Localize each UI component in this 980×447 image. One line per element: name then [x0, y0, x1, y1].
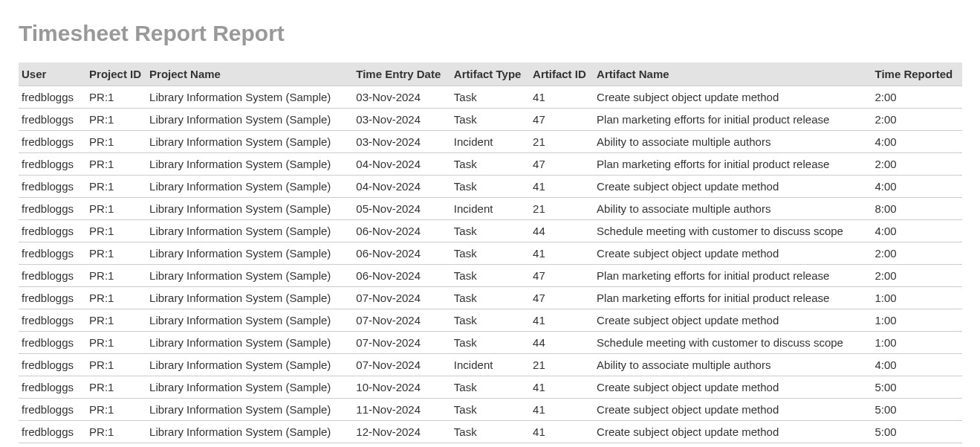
cell-project-id: PR:1 — [86, 198, 146, 220]
cell-artifact-name: Create subject object update method — [594, 309, 872, 332]
cell-user: fredbloggs — [19, 354, 86, 376]
cell-user: fredbloggs — [19, 376, 86, 399]
cell-project-name: Library Information System (Sample) — [146, 220, 353, 242]
cell-artifact-type: Task — [451, 153, 530, 176]
cell-artifact-name: Ability to associate multiple authors — [594, 354, 872, 376]
cell-project-name: Library Information System (Sample) — [146, 176, 353, 198]
cell-time-reported: 2:00 — [872, 86, 962, 109]
table-row: fredbloggsPR:1Library Information System… — [19, 198, 962, 220]
col-header-project-name: Project Name — [146, 62, 353, 86]
cell-artifact-type: Task — [451, 287, 530, 309]
table-row: fredbloggsPR:1Library Information System… — [19, 421, 962, 443]
cell-time-reported: 4:00 — [872, 131, 962, 153]
col-header-project-id: Project ID — [86, 62, 146, 86]
cell-time-reported: 2:00 — [872, 153, 962, 176]
cell-artifact-id: 21 — [530, 131, 594, 153]
cell-time-reported: 1:00 — [872, 309, 962, 332]
cell-project-id: PR:1 — [86, 109, 146, 131]
cell-project-name: Library Information System (Sample) — [146, 86, 353, 109]
cell-project-id: PR:1 — [86, 176, 146, 198]
cell-artifact-type: Task — [451, 421, 530, 443]
cell-date: 12-Nov-2024 — [353, 421, 451, 443]
cell-project-name: Library Information System (Sample) — [146, 332, 353, 354]
cell-artifact-type: Task — [451, 220, 530, 242]
cell-date: 11-Nov-2024 — [353, 399, 451, 421]
cell-project-name: Library Information System (Sample) — [146, 131, 353, 153]
cell-artifact-name: Plan marketing efforts for initial produ… — [594, 153, 872, 176]
cell-user: fredbloggs — [19, 176, 86, 198]
table-row: fredbloggsPR:1Library Information System… — [19, 354, 962, 376]
cell-time-reported: 5:00 — [872, 376, 962, 399]
cell-artifact-type: Incident — [451, 131, 530, 153]
cell-project-id: PR:1 — [86, 242, 146, 265]
cell-user: fredbloggs — [19, 198, 86, 220]
table-row: fredbloggsPR:1Library Information System… — [19, 376, 962, 399]
cell-date: 10-Nov-2024 — [353, 376, 451, 399]
cell-artifact-type: Incident — [451, 198, 530, 220]
table-row: fredbloggsPR:1Library Information System… — [19, 242, 962, 265]
cell-project-id: PR:1 — [86, 399, 146, 421]
cell-project-name: Library Information System (Sample) — [146, 109, 353, 131]
cell-user: fredbloggs — [19, 265, 86, 287]
cell-project-name: Library Information System (Sample) — [146, 198, 353, 220]
cell-artifact-id: 47 — [530, 287, 594, 309]
cell-project-name: Library Information System (Sample) — [146, 242, 353, 265]
cell-artifact-name: Create subject object update method — [594, 421, 872, 443]
cell-date: 07-Nov-2024 — [353, 354, 451, 376]
cell-artifact-name: Create subject object update method — [594, 399, 872, 421]
cell-time-reported: 1:00 — [872, 287, 962, 309]
cell-date: 07-Nov-2024 — [353, 309, 451, 332]
cell-project-name: Library Information System (Sample) — [146, 153, 353, 176]
cell-project-name: Library Information System (Sample) — [146, 354, 353, 376]
cell-artifact-name: Ability to associate multiple authors — [594, 198, 872, 220]
cell-date: 06-Nov-2024 — [353, 242, 451, 265]
cell-date: 03-Nov-2024 — [353, 109, 451, 131]
table-row: fredbloggsPR:1Library Information System… — [19, 220, 962, 242]
cell-artifact-type: Incident — [451, 354, 530, 376]
cell-date: 07-Nov-2024 — [353, 287, 451, 309]
cell-date: 05-Nov-2024 — [353, 198, 451, 220]
cell-date: 04-Nov-2024 — [353, 176, 451, 198]
cell-artifact-id: 41 — [530, 242, 594, 265]
cell-artifact-name: Ability to associate multiple authors — [594, 131, 872, 153]
cell-artifact-type: Task — [451, 309, 530, 332]
cell-project-id: PR:1 — [86, 421, 146, 443]
cell-project-id: PR:1 — [86, 354, 146, 376]
cell-project-id: PR:1 — [86, 265, 146, 287]
cell-artifact-id: 41 — [530, 309, 594, 332]
cell-time-reported: 4:00 — [872, 220, 962, 242]
cell-user: fredbloggs — [19, 309, 86, 332]
cell-project-id: PR:1 — [86, 376, 146, 399]
cell-date: 03-Nov-2024 — [353, 86, 451, 109]
cell-artifact-name: Create subject object update method — [594, 242, 872, 265]
col-header-user: User — [19, 62, 86, 86]
cell-project-name: Library Information System (Sample) — [146, 399, 353, 421]
col-header-time-reported: Time Reported — [872, 62, 962, 86]
cell-artifact-id: 44 — [530, 220, 594, 242]
cell-project-name: Library Information System (Sample) — [146, 287, 353, 309]
table-row: fredbloggsPR:1Library Information System… — [19, 176, 962, 198]
cell-artifact-type: Task — [451, 86, 530, 109]
cell-artifact-id: 47 — [530, 153, 594, 176]
cell-user: fredbloggs — [19, 86, 86, 109]
col-header-time-entry-date: Time Entry Date — [353, 62, 451, 86]
cell-time-reported: 8:00 — [872, 198, 962, 220]
cell-artifact-id: 41 — [530, 399, 594, 421]
cell-user: fredbloggs — [19, 399, 86, 421]
cell-project-name: Library Information System (Sample) — [146, 265, 353, 287]
cell-project-name: Library Information System (Sample) — [146, 376, 353, 399]
col-header-artifact-id: Artifact ID — [530, 62, 594, 86]
cell-time-reported: 2:00 — [872, 242, 962, 265]
cell-artifact-name: Plan marketing efforts for initial produ… — [594, 109, 872, 131]
cell-date: 03-Nov-2024 — [353, 131, 451, 153]
cell-user: fredbloggs — [19, 109, 86, 131]
cell-time-reported: 2:00 — [872, 265, 962, 287]
cell-artifact-id: 21 — [530, 198, 594, 220]
table-row: fredbloggsPR:1Library Information System… — [19, 265, 962, 287]
cell-date: 04-Nov-2024 — [353, 153, 451, 176]
cell-artifact-name: Schedule meeting with customer to discus… — [594, 220, 872, 242]
cell-artifact-type: Task — [451, 176, 530, 198]
cell-date: 07-Nov-2024 — [353, 332, 451, 354]
table-row: fredbloggsPR:1Library Information System… — [19, 86, 962, 109]
cell-artifact-type: Task — [451, 376, 530, 399]
